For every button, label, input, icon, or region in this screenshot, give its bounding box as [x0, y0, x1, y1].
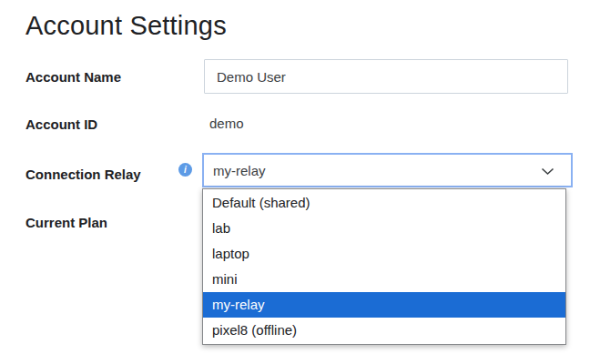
dropdown-option[interactable]: mini [203, 267, 565, 292]
account-name-label: Account Name [25, 69, 121, 86]
connection-relay-selected-value: my-relay [213, 164, 562, 177]
account-settings-page: Account Settings Account Name Account ID… [0, 0, 590, 364]
connection-relay-select[interactable]: my-relay [202, 153, 573, 187]
dropdown-option[interactable]: Default (shared) [203, 190, 565, 216]
account-name-input[interactable] [204, 59, 568, 94]
account-id-value: demo [209, 116, 244, 132]
chevron-down-icon [541, 167, 554, 176]
page-title: Account Settings [25, 11, 227, 41]
dropdown-option[interactable]: my-relay [203, 292, 565, 318]
dropdown-option[interactable]: lab [203, 216, 565, 241]
dropdown-option[interactable]: pixel8 (offline) [203, 318, 565, 343]
info-icon[interactable]: i [178, 163, 192, 177]
current-plan-label: Current Plan [25, 215, 107, 231]
connection-relay-label: Connection Relay [25, 167, 141, 183]
dropdown-option[interactable]: laptop [203, 241, 565, 267]
relay-dropdown: Default (shared) lab laptop mini my-rela… [202, 188, 566, 345]
account-id-label: Account ID [25, 116, 97, 133]
